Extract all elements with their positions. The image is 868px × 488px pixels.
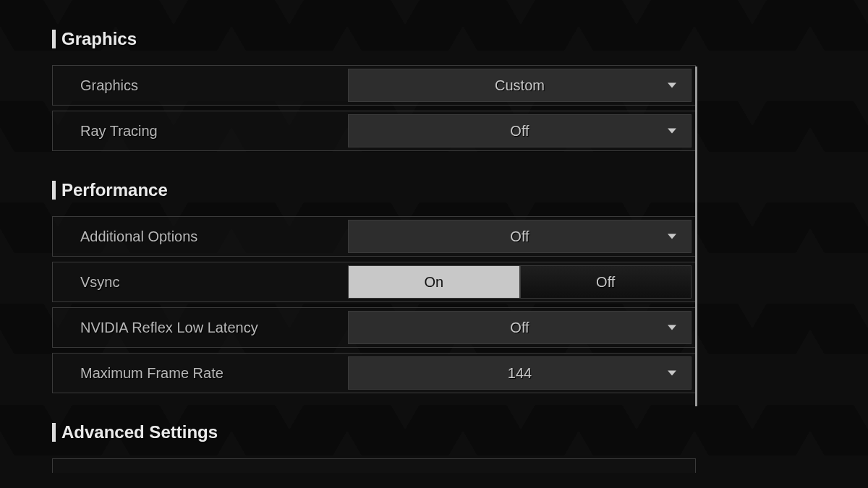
- dropdown-value: Off: [510, 123, 529, 140]
- chevron-down-icon: [668, 83, 676, 88]
- row-label: Ray Tracing: [80, 123, 348, 140]
- row-label: Additional Options: [80, 228, 348, 245]
- section-header-advanced: Advanced Settings: [52, 422, 696, 442]
- dropdown-value: Custom: [495, 77, 545, 94]
- section-accent-bar: [52, 181, 56, 200]
- toggle-vsync-off[interactable]: Off: [520, 265, 692, 299]
- section-header-performance: Performance: [52, 180, 696, 200]
- section-header-graphics: Graphics: [52, 29, 696, 49]
- chevron-down-icon: [668, 234, 676, 239]
- dropdown-value: Off: [510, 320, 529, 336]
- dropdown-graphics-preset[interactable]: Custom: [348, 69, 692, 102]
- row-label: Maximum Frame Rate: [80, 365, 348, 382]
- section-accent-bar: [52, 30, 56, 48]
- chevron-down-icon: [668, 325, 676, 330]
- chevron-down-icon: [668, 129, 676, 134]
- row-label: NVIDIA Reflex Low Latency: [80, 320, 348, 336]
- row-label: Graphics: [80, 77, 348, 94]
- chevron-down-icon: [668, 371, 676, 376]
- section-title-text: Performance: [61, 180, 168, 200]
- row-label: Vsync: [80, 274, 348, 291]
- toggle-vsync: On Off: [348, 265, 692, 299]
- row-graphics-preset: Graphics Custom: [52, 65, 696, 106]
- row-vsync: Vsync On Off: [52, 262, 696, 302]
- section-accent-bar: [52, 423, 56, 442]
- row-advanced-partial: [52, 458, 696, 473]
- dropdown-value: 144: [508, 365, 532, 382]
- dropdown-ray-tracing[interactable]: Off: [348, 114, 692, 147]
- row-additional-options: Additional Options Off: [52, 216, 696, 257]
- dropdown-max-frame-rate[interactable]: 144: [348, 356, 692, 390]
- row-ray-tracing: Ray Tracing Off: [52, 111, 696, 151]
- dropdown-additional-options[interactable]: Off: [348, 220, 692, 253]
- dropdown-reflex[interactable]: Off: [348, 311, 692, 344]
- row-reflex: NVIDIA Reflex Low Latency Off: [52, 307, 696, 348]
- section-title-text: Advanced Settings: [61, 422, 218, 442]
- dropdown-value: Off: [510, 228, 529, 245]
- section-title-text: Graphics: [61, 29, 137, 49]
- toggle-vsync-on[interactable]: On: [348, 265, 520, 299]
- row-max-frame-rate: Maximum Frame Rate 144: [52, 353, 696, 393]
- settings-scrollbar[interactable]: [695, 67, 697, 406]
